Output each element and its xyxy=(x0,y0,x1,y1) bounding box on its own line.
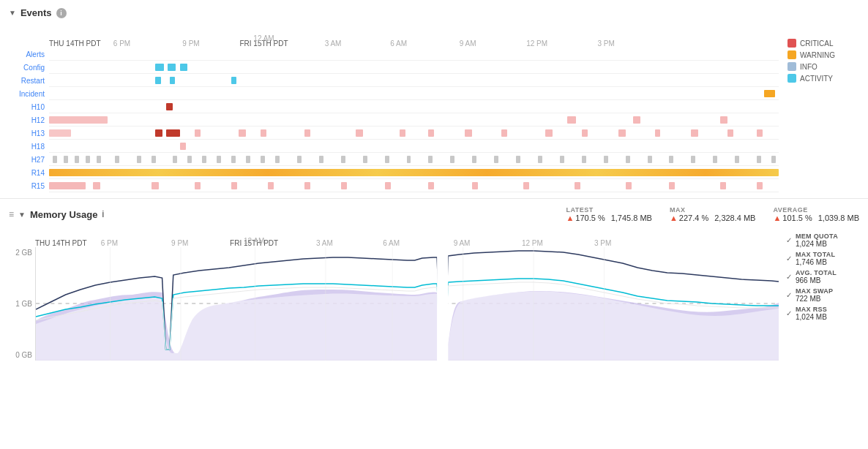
restart-timeline xyxy=(49,74,779,87)
time-label-9pm: 9 PM xyxy=(182,39,199,48)
stat-average: AVERAGE ▲ 101.5 % 1,039.8 MB xyxy=(773,206,859,222)
mem-legend-avg-total: ✓ AVG. TOTAL 966 MB xyxy=(786,269,859,284)
legend-info-label: INFO xyxy=(800,63,818,71)
stat-max-mb: 2,328.4 MB xyxy=(714,214,755,222)
h13-timeline xyxy=(49,127,779,140)
avg-total-check-icon[interactable]: ✓ xyxy=(786,273,792,281)
events-row-config: Config xyxy=(9,61,779,74)
restart-label[interactable]: Restart xyxy=(9,77,49,85)
mem-time-3pm: 3 PM xyxy=(594,239,611,247)
y-label-0gb: 0 GB xyxy=(15,351,32,359)
r15-label[interactable]: R15 xyxy=(9,182,49,190)
mem-time-3am: 3 AM xyxy=(316,239,333,247)
h18-label[interactable]: H18 xyxy=(9,143,49,151)
h13-label[interactable]: H13 xyxy=(9,129,49,137)
legend-warning-color xyxy=(787,50,796,59)
mem-legend-max-swap-label: MAX SWAP xyxy=(796,287,833,295)
stat-max-label: MAX xyxy=(670,206,686,214)
legend-critical: CRITICAL xyxy=(787,39,859,48)
r14-label[interactable]: R14 xyxy=(9,169,49,177)
events-row-h18: H18 xyxy=(9,140,779,153)
config-label[interactable]: Config xyxy=(9,64,49,72)
h27-label[interactable]: H27 xyxy=(9,156,49,164)
legend-activity-label: ACTIVITY xyxy=(800,75,833,83)
legend-info-color xyxy=(787,62,796,71)
h10-timeline xyxy=(49,100,779,113)
h12-timeline xyxy=(49,113,779,127)
memory-chevron-icon[interactable]: ▼ xyxy=(18,211,26,219)
mem-time-6pm: 6 PM xyxy=(101,239,118,247)
events-chevron-icon[interactable]: ▼ xyxy=(9,9,16,17)
time-label-3pm: 3 PM xyxy=(598,39,615,48)
mem-time-12am: 12 AM xyxy=(244,237,264,245)
r14-timeline xyxy=(49,166,779,179)
memory-info-icon[interactable]: i xyxy=(102,209,104,219)
alert-triangle-avg: ▲ xyxy=(773,214,781,222)
memory-title: Memory Usage xyxy=(30,209,97,220)
time-label-12am: 12 AM xyxy=(253,34,274,42)
y-label-2gb: 2 GB xyxy=(15,249,32,257)
mem-legend-quota-value: 1,024 MB xyxy=(796,240,838,248)
stat-max-alert: ▲ 227.4 % xyxy=(670,214,708,222)
r15-timeline xyxy=(49,179,779,192)
mem-time-12pm: 12 PM xyxy=(522,239,543,247)
stat-latest: LATEST ▲ 170.5 % 1,745.8 MB xyxy=(566,206,652,222)
memory-svg-area xyxy=(35,247,779,361)
config-timeline xyxy=(49,61,779,74)
svg-rect-9 xyxy=(437,247,448,361)
alerts-timeline xyxy=(49,48,779,61)
mem-time-6am: 6 AM xyxy=(383,239,400,247)
max-rss-check-icon[interactable]: ✓ xyxy=(786,309,792,317)
events-info-icon[interactable]: i xyxy=(56,8,67,18)
alert-triangle-max: ▲ xyxy=(670,214,678,222)
legend-critical-label: CRITICAL xyxy=(800,39,834,48)
mem-time-9pm: 9 PM xyxy=(171,239,188,247)
events-legend: CRITICAL WARNING INFO ACTIVITY xyxy=(779,24,859,192)
memory-chart-area: THU 14TH PDT FRI 15TH PDT 6 PM 9 PM 12 A… xyxy=(9,227,779,361)
legend-warning-label: WARNING xyxy=(800,51,835,59)
incident-timeline xyxy=(49,87,779,100)
stat-average-alert: ▲ 101.5 % xyxy=(773,214,812,222)
events-row-r15: R15 xyxy=(9,179,779,192)
mem-legend-max-swap-value: 722 MB xyxy=(796,295,833,303)
h12-label[interactable]: H12 xyxy=(9,116,49,124)
stat-latest-alert: ▲ 170.5 % xyxy=(566,214,605,222)
events-row-restart: Restart xyxy=(9,74,779,87)
h10-label[interactable]: H10 xyxy=(9,103,49,111)
mem-legend-max-total-value: 1,746 MB xyxy=(796,258,835,266)
mem-legend-avg-total-label: AVG. TOTAL xyxy=(796,269,837,276)
stat-max-values: ▲ 227.4 % 2,328.4 MB xyxy=(670,214,756,222)
events-section: ▼ Events i THU 14TH PDT FRI 15TH PDT 6 P… xyxy=(0,0,868,199)
time-label-thu: THU 14TH PDT xyxy=(49,39,101,48)
events-timeline-container: THU 14TH PDT FRI 15TH PDT 6 PM 9 PM 12 A… xyxy=(9,24,859,192)
max-swap-check-icon[interactable]: ✓ xyxy=(786,291,792,299)
quota-check-icon[interactable]: ✓ xyxy=(786,236,792,244)
alerts-label[interactable]: Alerts xyxy=(9,50,49,59)
alert-triangle-latest: ▲ xyxy=(566,214,574,222)
stat-average-pct: 101.5 % xyxy=(782,214,812,222)
max-total-check-icon[interactable]: ✓ xyxy=(786,254,792,263)
legend-activity: ACTIVITY xyxy=(787,74,859,83)
stat-latest-pct: 170.5 % xyxy=(575,214,605,222)
legend-info: INFO xyxy=(787,62,859,71)
legend-critical-color xyxy=(787,39,796,48)
incident-label[interactable]: Incident xyxy=(9,90,49,98)
memory-hamburger-icon[interactable]: ≡ xyxy=(9,209,14,219)
time-label-12pm: 12 PM xyxy=(526,39,547,48)
memory-legend: ✓ MEM QUOTA 1,024 MB ✓ MAX TOTAL 1,746 M… xyxy=(779,227,859,361)
memory-stats: LATEST ▲ 170.5 % 1,745.8 MB MAX ▲ 227.4 … xyxy=(566,206,859,222)
events-header: ▼ Events i xyxy=(9,7,859,18)
mem-legend-max-rss-label: MAX RSS xyxy=(796,306,827,313)
events-row-h13: H13 xyxy=(9,127,779,140)
stat-average-values: ▲ 101.5 % 1,039.8 MB xyxy=(773,214,859,222)
legend-warning: WARNING xyxy=(787,50,859,59)
memory-header: ≡ ▼ Memory Usage i LATEST ▲ 170.5 % 1,74… xyxy=(9,206,859,222)
stat-latest-label: LATEST xyxy=(566,206,593,214)
mem-legend-quota: ✓ MEM QUOTA 1,024 MB xyxy=(786,233,859,248)
events-row-alerts: Alerts xyxy=(9,48,779,61)
events-row-h12: H12 xyxy=(9,113,779,127)
stat-average-label: AVERAGE xyxy=(773,206,807,214)
mem-legend-max-swap: ✓ MAX SWAP 722 MB xyxy=(786,287,859,303)
events-row-r14: R14 xyxy=(9,166,779,179)
mem-legend-quota-label: MEM QUOTA xyxy=(796,233,838,240)
